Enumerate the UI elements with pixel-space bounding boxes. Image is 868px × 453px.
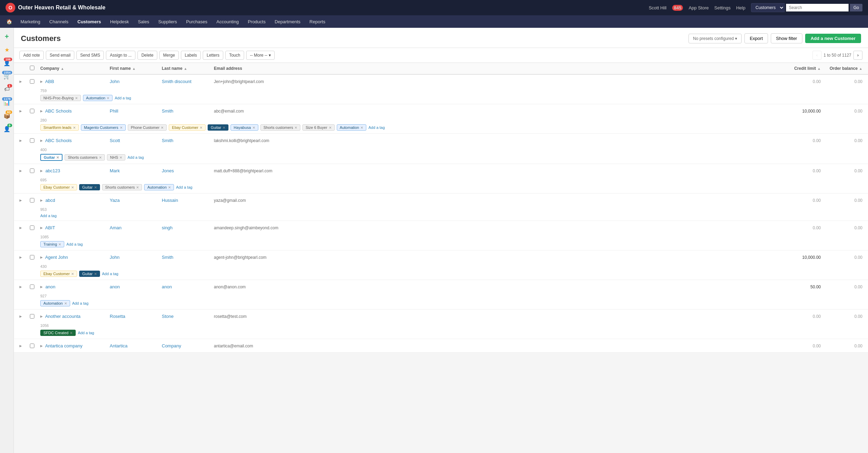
letters-button[interactable]: Letters xyxy=(203,51,223,60)
row-checkbox[interactable] xyxy=(30,109,34,113)
row-expand-arrow[interactable]: ▸ xyxy=(40,79,43,84)
search-go-button[interactable]: Go xyxy=(850,4,862,11)
tag-remove-icon[interactable]: ✕ xyxy=(94,186,97,189)
nav-departments[interactable]: Departments xyxy=(270,17,304,26)
tag-remove-icon[interactable]: ✕ xyxy=(56,156,59,159)
add-note-button[interactable]: Add note xyxy=(19,51,44,60)
header-firstname[interactable]: First name ▲ xyxy=(110,66,162,71)
add-tag-link[interactable]: Add a tag xyxy=(72,301,89,305)
tag-remove-icon[interactable]: ✕ xyxy=(223,126,225,130)
firstname-link[interactable]: Phill xyxy=(110,108,118,114)
company-link[interactable]: ABC Schools xyxy=(45,138,72,143)
lastname-link[interactable]: Jones xyxy=(162,168,174,173)
company-link[interactable]: anon xyxy=(45,284,56,289)
presets-dropdown[interactable]: No presets configured ▾ xyxy=(688,34,742,43)
send-email-button[interactable]: Send email xyxy=(46,51,74,60)
nav-sales[interactable]: Sales xyxy=(134,17,153,26)
tag-remove-icon[interactable]: ✕ xyxy=(136,186,139,189)
sidebar-person-icon[interactable]: 👤 9 xyxy=(1,123,13,135)
settings-link[interactable]: Settings xyxy=(714,5,731,10)
search-category-dropdown[interactable]: Customers xyxy=(751,3,785,12)
tag-remove-icon[interactable]: ✕ xyxy=(64,302,67,305)
nav-suppliers[interactable]: Suppliers xyxy=(154,17,181,26)
app-logo[interactable]: O Outer Heaven Retail & Wholesale xyxy=(6,3,106,13)
tag-remove-icon[interactable]: ✕ xyxy=(360,126,363,130)
row-expand-icon[interactable]: ▸ xyxy=(19,79,30,84)
row-expand-icon[interactable]: ▸ xyxy=(19,108,30,114)
tag-remove-icon[interactable]: ✕ xyxy=(120,126,123,130)
sidebar-add-icon[interactable]: + xyxy=(1,31,13,42)
row-expand-icon[interactable]: ▸ xyxy=(19,197,30,203)
row-checkbox[interactable] xyxy=(30,168,34,173)
row-expand-icon[interactable]: ▸ xyxy=(19,313,30,319)
nav-channels[interactable]: Channels xyxy=(45,17,73,26)
firstname-link[interactable]: John xyxy=(110,79,119,84)
tag-remove-icon[interactable]: ✕ xyxy=(168,186,171,189)
row-checkbox[interactable] xyxy=(30,344,34,348)
tag-remove-icon[interactable]: ✕ xyxy=(73,126,76,130)
row-expand-arrow[interactable]: ▸ xyxy=(40,197,43,203)
tag-remove-icon[interactable]: ✕ xyxy=(200,126,202,130)
nav-products[interactable]: Products xyxy=(244,17,270,26)
lastname-link[interactable]: Hussain xyxy=(162,198,178,203)
sidebar-people-icon[interactable]: 👤 106 xyxy=(1,57,13,69)
add-tag-link[interactable]: Add a tag xyxy=(176,185,192,189)
tag-remove-icon[interactable]: ✕ xyxy=(99,156,102,159)
row-checkbox[interactable] xyxy=(30,225,34,230)
lastname-link[interactable]: Smith xyxy=(162,138,173,143)
help-link[interactable]: Help xyxy=(736,5,745,10)
show-filter-button[interactable]: Show filter xyxy=(771,33,802,43)
row-expand-icon[interactable]: ▸ xyxy=(19,168,30,173)
row-checkbox[interactable] xyxy=(30,198,34,203)
lastname-link[interactable]: anon xyxy=(162,284,172,289)
row-expand-arrow[interactable]: ▸ xyxy=(40,225,43,230)
firstname-link[interactable]: Antartica xyxy=(110,343,127,348)
lastname-link[interactable]: Stone xyxy=(162,314,174,319)
row-expand-arrow[interactable]: ▸ xyxy=(40,108,43,114)
labels-button[interactable]: Labels xyxy=(181,51,201,60)
company-link[interactable]: Agent John xyxy=(45,255,68,260)
company-link[interactable]: ABIT xyxy=(45,225,55,230)
nav-reports[interactable]: Reports xyxy=(305,17,329,26)
row-checkbox[interactable] xyxy=(30,79,34,84)
assign-to-button[interactable]: Assign to ... xyxy=(106,51,135,60)
add-tag-link[interactable]: Add a tag xyxy=(40,214,57,218)
header-credit[interactable]: Credit limit ▲ xyxy=(779,66,821,71)
row-expand-arrow[interactable]: ▸ xyxy=(40,254,43,260)
delete-button[interactable]: Delete xyxy=(137,51,157,60)
row-checkbox[interactable] xyxy=(30,285,34,289)
tag-remove-icon[interactable]: ✕ xyxy=(75,96,78,100)
tag-remove-icon[interactable]: ✕ xyxy=(119,156,122,159)
add-customer-button[interactable]: Add a new Customer xyxy=(805,34,861,43)
tag-remove-icon[interactable]: ✕ xyxy=(71,186,74,189)
notification-badge[interactable]: 845 xyxy=(672,5,683,11)
row-expand-arrow[interactable]: ▸ xyxy=(40,284,43,289)
tag-remove-icon[interactable]: ✕ xyxy=(58,242,61,246)
nav-helpdesk[interactable]: Helpdesk xyxy=(106,17,133,26)
firstname-link[interactable]: Yaza xyxy=(110,198,120,203)
firstname-link[interactable]: Scott xyxy=(110,138,120,143)
nav-accounting[interactable]: Accounting xyxy=(212,17,243,26)
firstname-link[interactable]: anon xyxy=(110,284,120,289)
tag-remove-icon[interactable]: ✕ xyxy=(70,331,73,335)
header-lastname[interactable]: Last name ▲ xyxy=(162,66,214,71)
nav-purchases[interactable]: Purchases xyxy=(182,17,211,26)
company-link[interactable]: abc123 xyxy=(45,168,60,173)
row-expand-icon[interactable]: ▸ xyxy=(19,138,30,143)
tag-remove-icon[interactable]: ✕ xyxy=(161,126,164,130)
add-tag-link[interactable]: Add a tag xyxy=(78,331,94,335)
firstname-link[interactable]: Mark xyxy=(110,168,120,173)
nav-customers[interactable]: Customers xyxy=(73,17,105,26)
add-tag-link[interactable]: Add a tag xyxy=(127,155,144,159)
lastname-link[interactable]: Company xyxy=(162,343,181,348)
firstname-link[interactable]: Aman xyxy=(110,225,122,230)
merge-button[interactable]: Merge xyxy=(159,51,179,60)
row-expand-arrow[interactable]: ▸ xyxy=(40,168,43,173)
touch-button[interactable]: Touch xyxy=(225,51,244,60)
tag-remove-icon[interactable]: ✕ xyxy=(329,126,332,130)
tag-remove-icon[interactable]: ✕ xyxy=(252,126,255,130)
add-tag-link[interactable]: Add a tag xyxy=(115,96,131,100)
lastname-link[interactable]: Smith discount xyxy=(162,79,191,84)
row-checkbox[interactable] xyxy=(30,314,34,319)
search-input[interactable] xyxy=(786,4,849,11)
